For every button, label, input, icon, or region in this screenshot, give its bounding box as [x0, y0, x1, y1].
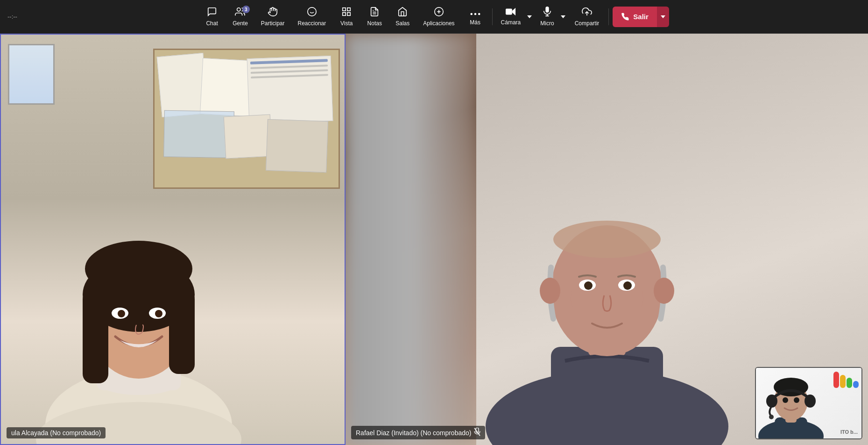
window-bg [8, 44, 55, 105]
participate-button[interactable]: Participar [255, 4, 290, 29]
name-label-left: ula Alcayada (No comprobado) [7, 427, 106, 438]
rooms-button[interactable]: Salas [389, 4, 416, 29]
apps-label: Aplicaciones [423, 20, 454, 27]
muted-icon [474, 428, 480, 438]
svg-point-34 [155, 310, 162, 317]
person-left-container [10, 137, 267, 444]
people-badge: 3 [242, 6, 250, 13]
share-icon [582, 7, 592, 18]
pip-background: ITO b... [756, 368, 861, 438]
view-icon [341, 7, 352, 18]
leave-label: Salir [633, 13, 649, 21]
rooms-label: Salas [395, 20, 409, 27]
pip-person [758, 373, 824, 438]
svg-rect-18 [545, 7, 549, 13]
more-button[interactable]: Más [462, 5, 488, 29]
svg-point-58 [794, 397, 799, 403]
svg-point-56 [769, 415, 774, 419]
people-label: Gente [233, 20, 248, 27]
pip-person-silhouette [758, 373, 824, 438]
pip-logo [833, 372, 859, 388]
participate-label: Participar [261, 20, 285, 27]
notes-icon [369, 7, 380, 18]
people-button[interactable]: 3 Gente [227, 4, 254, 29]
svg-marker-17 [512, 8, 515, 16]
call-timer: --:-- [7, 13, 17, 20]
camera-arrow-button[interactable] [525, 13, 534, 21]
pip-name-label: ITO b... [840, 429, 858, 435]
video-panel-left: ula Alcayada (No comprobado) [0, 34, 346, 445]
svg-rect-5 [347, 8, 350, 11]
divider-1 [492, 8, 493, 25]
camera-group: Cámara [496, 5, 534, 29]
notes-label: Notas [367, 20, 382, 27]
camera-label: Cámara [501, 19, 521, 26]
svg-point-0 [237, 8, 240, 11]
svg-point-42 [654, 278, 674, 304]
share-button[interactable]: Compartir [569, 4, 605, 29]
pip-name: ITO b... [840, 429, 858, 435]
mic-button[interactable]: Micro [536, 4, 558, 29]
woman-silhouette [22, 201, 255, 444]
svg-rect-16 [506, 9, 512, 15]
leave-button[interactable]: Salir [613, 7, 657, 27]
camera-icon [506, 7, 516, 17]
mic-arrow-button[interactable] [559, 13, 567, 21]
video-area: ula Alcayada (No comprobado) [0, 34, 868, 445]
svg-point-40 [553, 221, 661, 258]
leave-group: Salir [613, 7, 669, 27]
svg-line-48 [474, 428, 480, 436]
chat-button[interactable]: Chat [199, 4, 225, 29]
chat-label: Chat [206, 20, 218, 27]
react-button[interactable]: Reaccionar [292, 4, 332, 29]
divider-2 [608, 8, 609, 25]
participant-name-right: Rafael Diaz (Invitado) (No comprobado) [356, 429, 471, 437]
apps-button[interactable]: Aplicaciones [417, 4, 460, 29]
leave-arrow-button[interactable] [657, 7, 669, 27]
svg-point-30 [85, 241, 192, 297]
participant-name-left: ula Alcayada (No comprobado) [11, 429, 101, 437]
mic-icon [543, 7, 551, 18]
svg-point-57 [783, 397, 788, 403]
svg-point-54 [766, 395, 777, 408]
notes-button[interactable]: Notas [361, 4, 388, 29]
participate-icon [268, 7, 278, 18]
svg-rect-6 [347, 13, 350, 15]
svg-point-33 [118, 310, 125, 317]
react-label: Reaccionar [298, 20, 326, 27]
apps-icon [434, 7, 444, 18]
svg-point-45 [584, 281, 593, 290]
svg-rect-7 [343, 13, 346, 15]
pip-video: ITO b... [755, 367, 862, 439]
svg-point-14 [474, 13, 476, 15]
person-right-container [439, 95, 775, 445]
svg-rect-28 [83, 290, 108, 383]
camera-button[interactable]: Cámara [496, 5, 526, 29]
svg-rect-29 [169, 290, 195, 374]
svg-point-41 [540, 278, 560, 304]
svg-point-55 [804, 395, 816, 408]
paper-3 [247, 56, 333, 124]
svg-point-13 [470, 13, 473, 15]
mic-group: Micro [536, 4, 567, 29]
view-label: Vista [340, 20, 353, 27]
view-button[interactable]: Vista [333, 4, 360, 29]
video-panel-right: Rafael Diaz (Invitado) (No comprobado) [346, 34, 868, 445]
svg-point-1 [308, 7, 316, 16]
share-label: Compartir [575, 20, 600, 27]
toolbar: --:-- Chat 3 Gente [0, 0, 868, 34]
rooms-icon [397, 7, 408, 18]
more-label: Más [470, 19, 480, 26]
svg-point-15 [478, 13, 480, 15]
svg-rect-4 [343, 8, 346, 11]
mic-label: Micro [540, 20, 554, 27]
name-label-right: Rafael Diaz (Invitado) (No comprobado) [351, 426, 485, 439]
react-icon [307, 7, 317, 18]
svg-point-46 [623, 281, 632, 290]
more-icon [470, 8, 480, 17]
man-silhouette [462, 174, 752, 445]
chat-icon [207, 7, 217, 18]
paper-6 [266, 119, 328, 172]
